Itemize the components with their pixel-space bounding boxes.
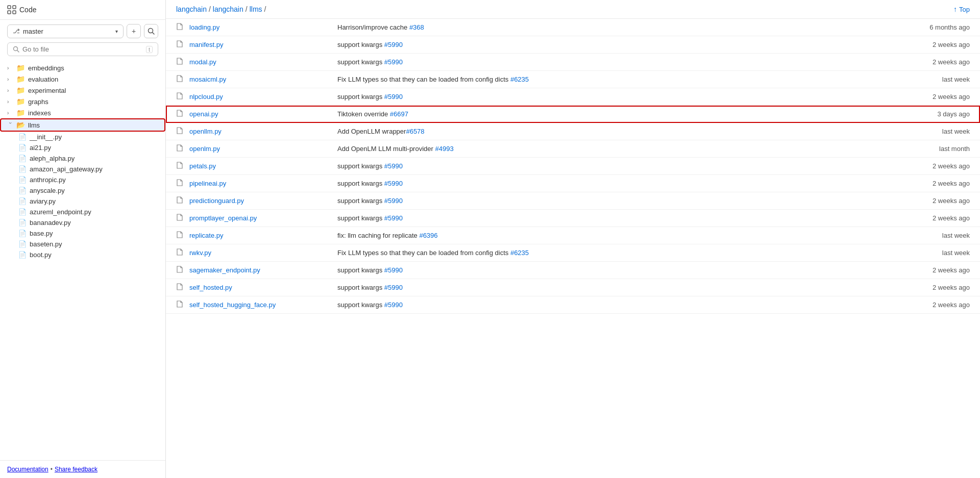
sidebar-item-anyscale[interactable]: 📄 anyscale.py <box>0 185 165 196</box>
file-icon: 📄 <box>18 133 27 141</box>
sidebar-item-experimental[interactable]: › 📁 experimental <box>0 85 165 96</box>
folder-icon: 📁 <box>16 64 25 72</box>
folder-label: graphs <box>28 98 158 106</box>
file-time: 6 months ago <box>909 23 970 31</box>
file-name-link[interactable]: rwkv.py <box>189 249 332 257</box>
file-name-link[interactable]: predictionguard.py <box>189 197 332 205</box>
file-commit: support kwargs #5990 <box>337 41 903 48</box>
file-commit: support kwargs #5990 <box>337 58 903 66</box>
table-row: nlpcloud.pysupport kwargs #59902 weeks a… <box>166 88 980 106</box>
sidebar-item-ai21[interactable]: 📄 ai21.py <box>0 142 165 153</box>
search-input[interactable] <box>22 45 143 53</box>
file-name-link[interactable]: self_hosted.py <box>189 284 332 291</box>
file-name-link[interactable]: modal.py <box>189 58 332 66</box>
file-icon: 📄 <box>18 230 27 237</box>
commit-link[interactable]: #6578 <box>406 128 424 135</box>
table-row: predictionguard.pysupport kwargs #59902 … <box>166 192 980 210</box>
commit-link[interactable]: #5990 <box>384 41 403 48</box>
search-shortcut: t <box>146 46 153 53</box>
sidebar-item-embeddings[interactable]: › 📁 embeddings <box>0 62 165 73</box>
search-button[interactable] <box>144 24 158 38</box>
share-feedback-link[interactable]: Share feedback <box>55 466 97 473</box>
commit-link[interactable]: #5990 <box>384 284 403 291</box>
commit-link[interactable]: #5990 <box>384 162 403 170</box>
file-icon <box>176 231 184 240</box>
sidebar-item-graphs[interactable]: › 📁 graphs <box>0 96 165 107</box>
file-name-link[interactable]: loading.py <box>189 23 332 31</box>
sidebar-item-aleph-alpha[interactable]: 📄 aleph_alpha.py <box>0 153 165 164</box>
file-icon <box>176 248 184 257</box>
sidebar-header: Code <box>0 0 165 20</box>
file-label: boot.py <box>30 251 158 259</box>
file-icon <box>176 196 184 205</box>
file-name-link[interactable]: nlpcloud.py <box>189 93 332 100</box>
sidebar-item-azureml[interactable]: 📄 azureml_endpoint.py <box>0 207 165 217</box>
file-name-link[interactable]: replicate.py <box>189 232 332 239</box>
file-name-link[interactable]: self_hosted_hugging_face.py <box>189 301 332 309</box>
commit-link[interactable]: #4993 <box>435 145 453 153</box>
file-time: 2 weeks ago <box>909 180 970 187</box>
commit-link[interactable]: #5990 <box>384 93 403 100</box>
commit-link[interactable]: #5990 <box>384 301 403 309</box>
branch-selector[interactable]: ⎇ master ▾ <box>7 24 124 38</box>
file-name-link[interactable]: promptlayer_openai.py <box>189 214 332 222</box>
commit-link[interactable]: #6235 <box>510 76 529 83</box>
table-row: rwkv.pyFix LLM types so that they can be… <box>166 244 980 262</box>
commit-link[interactable]: #5990 <box>384 180 403 187</box>
documentation-link[interactable]: Documentation <box>7 466 48 473</box>
file-label: azureml_endpoint.py <box>30 208 158 216</box>
folder-icon: 📁 <box>16 86 25 94</box>
commit-link[interactable]: #5990 <box>384 266 403 274</box>
commit-link[interactable]: #5990 <box>384 58 403 66</box>
file-time: last week <box>909 128 970 135</box>
breadcrumb-llms[interactable]: llms <box>250 5 262 13</box>
sidebar-item-aviary[interactable]: 📄 aviary.py <box>0 196 165 207</box>
chevron-down-icon: ▾ <box>115 29 118 34</box>
file-name-link[interactable]: petals.py <box>189 162 332 170</box>
file-commit: support kwargs #5990 <box>337 93 903 100</box>
file-time: 2 weeks ago <box>909 93 970 100</box>
commit-link[interactable]: #6697 <box>390 110 408 118</box>
top-link[interactable]: ↑ Top <box>953 5 970 13</box>
sidebar-item-boot[interactable]: 📄 boot.py <box>0 249 165 260</box>
file-name-link[interactable]: openlm.py <box>189 145 332 153</box>
commit-link[interactable]: #6396 <box>419 232 437 239</box>
file-time: 2 weeks ago <box>909 162 970 170</box>
commit-link[interactable]: #5990 <box>384 197 403 205</box>
sidebar-item-evaluation[interactable]: › 📁 evaluation <box>0 73 165 85</box>
file-name-link[interactable]: openai.py <box>189 110 332 118</box>
commit-link[interactable]: #368 <box>409 23 424 31</box>
svg-rect-1 <box>13 6 16 9</box>
file-name-link[interactable]: mosaicml.py <box>189 76 332 83</box>
file-name-link[interactable]: openllm.py <box>189 128 332 135</box>
sidebar-item-init[interactable]: 📄 __init__.py <box>0 132 165 142</box>
breadcrumb-sep-2: / <box>246 5 248 13</box>
file-name-link[interactable]: sagemaker_endpoint.py <box>189 266 332 274</box>
file-time: 3 days ago <box>909 110 970 118</box>
commit-link[interactable]: #6235 <box>510 249 529 257</box>
file-name-link[interactable]: manifest.py <box>189 41 332 48</box>
file-commit: Fix LLM types so that they can be loaded… <box>337 249 903 257</box>
table-row: openlm.pyAdd OpenLM LLM multi-provider #… <box>166 140 980 158</box>
sidebar-item-baseten[interactable]: 📄 baseten.py <box>0 239 165 249</box>
breadcrumb-langchain-repo[interactable]: langchain <box>213 5 243 13</box>
commit-link[interactable]: #5990 <box>384 214 403 222</box>
folder-label: indexes <box>28 109 158 117</box>
file-name-link[interactable]: pipelineai.py <box>189 180 332 187</box>
folder-icon: 📁 <box>16 97 25 106</box>
sidebar-item-anthropic[interactable]: 📄 anthropic.py <box>0 174 165 185</box>
add-button[interactable]: + <box>127 24 141 38</box>
file-icon: 📄 <box>18 240 27 248</box>
go-to-file-search[interactable]: t <box>7 42 158 56</box>
file-icon: 📄 <box>18 251 27 259</box>
breadcrumb-langchain-org[interactable]: langchain <box>176 5 207 13</box>
sidebar-item-indexes[interactable]: › 📁 indexes <box>0 107 165 118</box>
sidebar-item-llms[interactable]: › 📂 llms <box>0 118 165 132</box>
file-label: amazon_api_gateway.py <box>30 165 158 173</box>
sidebar-item-amazon-api-gateway[interactable]: 📄 amazon_api_gateway.py <box>0 164 165 174</box>
sidebar-item-bananadev[interactable]: 📄 bananadev.py <box>0 217 165 228</box>
table-row: self_hosted.pysupport kwargs #59902 week… <box>166 279 980 296</box>
sidebar-item-base[interactable]: 📄 base.py <box>0 228 165 239</box>
file-table: loading.pyHarrison/improve cache #3686 m… <box>166 19 980 478</box>
file-commit: Fix LLM types so that they can be loaded… <box>337 76 903 83</box>
